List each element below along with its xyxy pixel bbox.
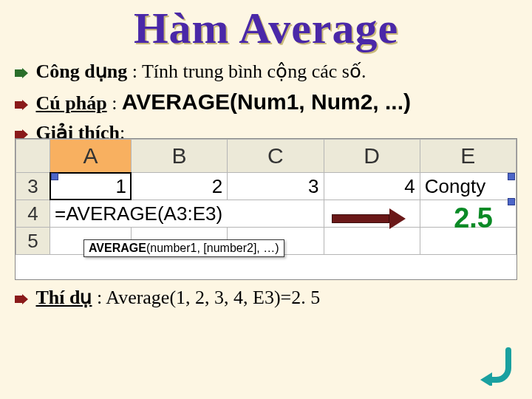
syntax-colon: : — [112, 92, 122, 114]
arrow-icon — [15, 287, 28, 297]
arrow-icon — [15, 92, 28, 103]
header-row: A B C D E — [16, 140, 516, 173]
result-arrow-icon — [332, 205, 406, 232]
function-tooltip: AVERAGE(number1, [number2], …) — [83, 239, 284, 257]
cell-B3[interactable]: 2 — [132, 173, 228, 200]
arrow-icon — [15, 61, 28, 71]
table-row: 3 1 2 3 4 Congty — [16, 173, 516, 200]
slide-body: Công dụng : Tính trung bình cộng các số.… — [0, 60, 532, 144]
range-marker-icon — [508, 173, 515, 180]
col-header-C: C — [228, 140, 324, 173]
range-marker-icon — [51, 173, 58, 180]
cell-A4-formula[interactable]: =AVERAGE(A3:E3) — [50, 200, 324, 228]
example-label: Thí dụ — [36, 287, 92, 308]
example-text: : Average(1, 2, 3, 4, E3)=2. 5 — [97, 287, 320, 308]
cell-E3[interactable]: Congty — [420, 173, 516, 200]
spreadsheet-table: A B C D E 3 1 2 3 4 Congty 4 =AVERAGE(A3… — [16, 139, 516, 255]
usage-label: Công dụng — [36, 61, 128, 82]
svg-marker-3 — [15, 294, 28, 304]
col-header-D: D — [324, 140, 420, 173]
col-header-A: A — [50, 140, 132, 173]
row-header: 4 — [16, 200, 50, 228]
result-value: 2.5 — [454, 202, 493, 234]
example-wrap: Thí dụ : Average(1, 2, 3, 4, E3)=2. 5 — [0, 286, 532, 309]
tooltip-fn-args: (number1, [number2], …) — [146, 242, 279, 254]
svg-marker-1 — [15, 100, 28, 110]
svg-marker-0 — [15, 68, 28, 78]
col-header-E: E — [420, 140, 516, 173]
example-line: Thí dụ : Average(1, 2, 3, 4, E3)=2. 5 — [15, 286, 517, 309]
row-header: 3 — [16, 173, 50, 200]
usage-text: : Tính trung bình cộng các số. — [132, 61, 366, 82]
row-header: 5 — [16, 228, 50, 255]
usage-line: Công dụng : Tính trung bình cộng các số. — [15, 60, 517, 83]
cell-A3[interactable]: 1 — [50, 173, 132, 200]
slide-title: Hàm Average — [0, 3, 532, 54]
spreadsheet: A B C D E 3 1 2 3 4 Congty 4 =AVERAGE(A3… — [15, 138, 517, 280]
range-marker-icon — [508, 198, 515, 205]
corner-cell — [16, 140, 50, 173]
svg-marker-4 — [480, 372, 492, 386]
cell-C3[interactable]: 3 — [228, 173, 324, 200]
arrow-icon — [15, 122, 28, 132]
tooltip-fn-name: AVERAGE — [89, 242, 146, 254]
syntax-label: Cú pháp — [36, 92, 107, 114]
col-header-B: B — [132, 140, 228, 173]
cell-D3[interactable]: 4 — [324, 173, 420, 200]
syntax-function: AVERAGE(Num1, Num2, ...) — [122, 89, 411, 114]
return-arrow-icon[interactable] — [477, 346, 517, 386]
syntax-line: Cú pháp : AVERAGE(Num1, Num2, ...) — [15, 89, 517, 115]
table-row: 4 =AVERAGE(A3:E3) — [16, 200, 516, 228]
